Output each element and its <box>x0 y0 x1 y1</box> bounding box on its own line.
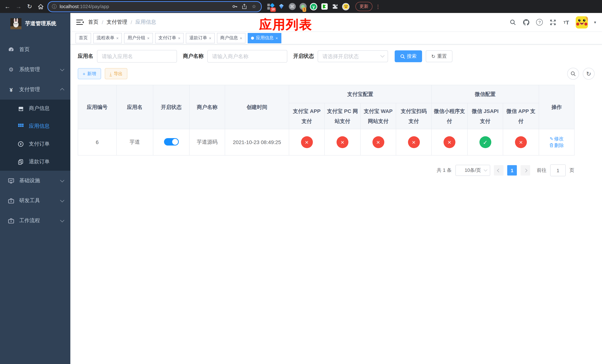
prev-page-button[interactable] <box>494 165 504 175</box>
user-avatar-pikachu[interactable] <box>576 16 588 28</box>
profile-avatar-emoji[interactable] <box>342 3 350 10</box>
status-toggle[interactable] <box>164 138 179 145</box>
home-icon[interactable] <box>36 2 45 11</box>
tab-home[interactable]: 首页 <box>75 33 91 43</box>
extension-status-icon[interactable]: 1 <box>299 3 307 10</box>
pay-status-icon[interactable] <box>301 136 313 148</box>
breadcrumb-pay[interactable]: 支付管理 <box>107 19 127 26</box>
close-tab-icon[interactable]: × <box>209 36 211 40</box>
page-content: 应用名 商户名称 开启状态 搜索 ↻ 重置 <box>70 44 602 364</box>
sidebar-item-pay[interactable]: ¥ 支付管理 <box>0 80 70 100</box>
next-page-button[interactable] <box>521 165 530 175</box>
page-size-select[interactable]: 10条/页 <box>455 165 490 176</box>
pay-status-icon[interactable] <box>372 136 384 148</box>
cell-created: 2021-10-23 08:49:25 <box>225 129 289 155</box>
sidebar-item-refund-order[interactable]: 退款订单 <box>0 153 70 171</box>
page-number-1[interactable]: 1 <box>507 165 517 175</box>
pay-status-icon[interactable] <box>336 136 348 148</box>
password-key-icon[interactable] <box>231 4 238 9</box>
tab-merchant-info[interactable]: 商户信息× <box>217 33 246 43</box>
sidebar-item-dev-tools[interactable]: 研发工具 <box>0 191 70 211</box>
share-icon[interactable] <box>241 4 248 9</box>
grid-icon <box>18 124 24 129</box>
github-icon[interactable] <box>523 19 530 26</box>
extension-y-icon[interactable]: y <box>310 3 317 10</box>
avatar-caret-icon[interactable]: ▾ <box>594 20 596 25</box>
breadcrumb-home[interactable]: 首页 <box>88 19 98 26</box>
sidebar-item-merchant-info[interactable]: 商户信息 <box>0 100 70 117</box>
help-icon[interactable]: ? <box>536 19 543 26</box>
refresh-table-button[interactable]: ↻ <box>583 68 595 80</box>
fullscreen-icon[interactable] <box>549 19 557 26</box>
chevron-up-icon <box>60 88 64 92</box>
pay-submenu: 商户信息 应用信息 ¥ 支付订单 <box>0 100 70 171</box>
app-name-input[interactable] <box>97 50 177 63</box>
sidebar-item-app-info[interactable]: 应用信息 <box>0 117 70 135</box>
close-tab-icon[interactable]: × <box>240 36 242 40</box>
close-tab-icon[interactable]: × <box>116 36 119 40</box>
chrome-update-button[interactable]: 更新 <box>355 2 372 11</box>
status-select-input[interactable] <box>318 50 388 62</box>
group-header-wechat: 微信配置 <box>431 85 539 103</box>
tab-pay-order[interactable]: 支付订单× <box>155 33 184 43</box>
col-header-merchant: 商户名称 <box>189 85 225 129</box>
reload-icon[interactable]: ↻ <box>25 2 34 11</box>
extension-command-icon[interactable]: ⌘ <box>288 3 296 10</box>
pay-status-icon[interactable] <box>515 136 527 148</box>
tab-app-info[interactable]: 应用信息× <box>248 33 281 43</box>
sidebar-item-system[interactable]: ⚙ 系统管理 <box>0 60 70 80</box>
site-info-icon[interactable]: ⓘ <box>52 3 57 10</box>
extension-badge: 10 <box>270 7 276 12</box>
app-logo-rabbit <box>10 18 22 29</box>
trash-icon <box>549 143 553 148</box>
url-text[interactable]: localhost:1024/pay/app <box>60 4 228 9</box>
goto-suffix: 页 <box>570 167 574 174</box>
col-header-wx-jsapi: 微信 JSAPI 支付 <box>467 103 503 129</box>
add-button[interactable]: + 新增 <box>78 68 101 79</box>
col-header-alipay-wap: 支付宝 WAP 网站支付 <box>360 103 396 129</box>
toggle-search-button[interactable] <box>567 68 579 80</box>
tab-user-group[interactable]: 用户分组× <box>124 33 153 43</box>
extension-wechat-dev-icon[interactable] <box>321 3 328 10</box>
merchant-name-input[interactable] <box>207 50 287 63</box>
tab-refund-order[interactable]: 退款订单× <box>186 33 215 43</box>
sidebar-item-workflow[interactable]: 工作流程 <box>0 211 70 231</box>
forward-icon[interactable]: → <box>14 2 23 11</box>
search-form: 应用名 商户名称 开启状态 搜索 ↻ 重置 <box>78 50 595 63</box>
collapse-sidebar-icon[interactable] <box>76 20 83 25</box>
pay-status-icon[interactable] <box>408 136 420 148</box>
close-tab-icon[interactable]: × <box>147 36 150 40</box>
app-logo-row[interactable]: 芋道管理系统 <box>0 13 70 34</box>
sidebar-item-infra[interactable]: 基础设施 <box>0 171 70 191</box>
table-row: 6 芋道 芋道源码 2021-10-23 08:49:25 <box>78 129 574 155</box>
extension-tabs-icon[interactable]: 10 <box>267 3 274 10</box>
close-tab-icon[interactable]: × <box>275 36 278 40</box>
pay-status-icon[interactable] <box>479 136 491 148</box>
delete-link[interactable]: 删除 <box>549 143 564 148</box>
tags-view-bar: 首页 流程表单× 用户分组× 支付订单× 退款订单× 商户信息× 应用信息× <box>70 32 602 44</box>
pagination: 共 1 条 10条/页 1 前往 页 <box>78 164 574 176</box>
sidebar-item-pay-order[interactable]: ¥ 支付订单 <box>0 135 70 153</box>
chrome-menu-icon[interactable]: ⋮ <box>376 3 380 10</box>
export-button[interactable]: ↓ 导出 <box>105 68 127 79</box>
sidebar-item-home[interactable]: 首页 <box>0 40 70 60</box>
status-select[interactable] <box>318 50 388 62</box>
font-size-icon[interactable]: TT <box>563 19 570 26</box>
document-icon <box>18 159 24 165</box>
address-bar[interactable]: ⓘ localhost:1024/pay/app ☆ <box>47 1 262 12</box>
yen-circle-icon: ¥ <box>18 141 24 147</box>
toolbox-icon <box>8 218 14 224</box>
reset-button[interactable]: ↻ 重置 <box>426 50 452 62</box>
close-tab-icon[interactable]: × <box>178 36 181 40</box>
extensions-puzzle-icon[interactable] <box>331 3 339 10</box>
extension-badge: 1 <box>302 7 306 12</box>
search-button[interactable]: 搜索 <box>395 50 422 62</box>
pay-status-icon[interactable] <box>443 136 455 148</box>
edit-link[interactable]: ✎修改 <box>550 136 564 141</box>
bookmark-star-icon[interactable]: ☆ <box>251 4 257 9</box>
goto-page-input[interactable] <box>550 164 566 176</box>
search-icon[interactable] <box>509 19 517 26</box>
tab-process-form[interactable]: 流程表单× <box>93 33 122 43</box>
extension-gem-icon[interactable] <box>278 3 285 10</box>
back-icon[interactable]: ← <box>3 2 12 11</box>
